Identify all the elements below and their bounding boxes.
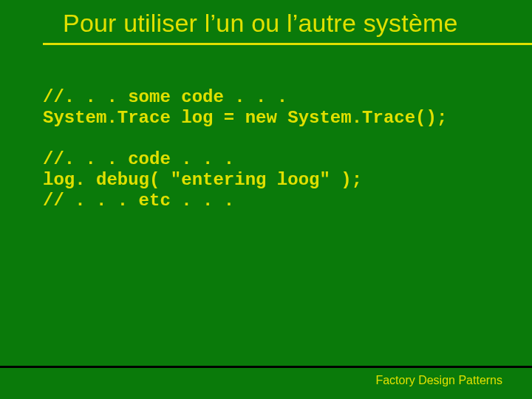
- slide-title: Pour utiliser l’un ou l’autre système: [63, 9, 525, 38]
- footer-rule: [0, 366, 532, 368]
- code-block: //. . . some code . . . System.Trace log…: [43, 87, 517, 211]
- footer-text: Factory Design Patterns: [375, 374, 502, 387]
- slide: Pour utiliser l’un ou l’autre système //…: [0, 0, 532, 399]
- title-underline: [43, 43, 532, 45]
